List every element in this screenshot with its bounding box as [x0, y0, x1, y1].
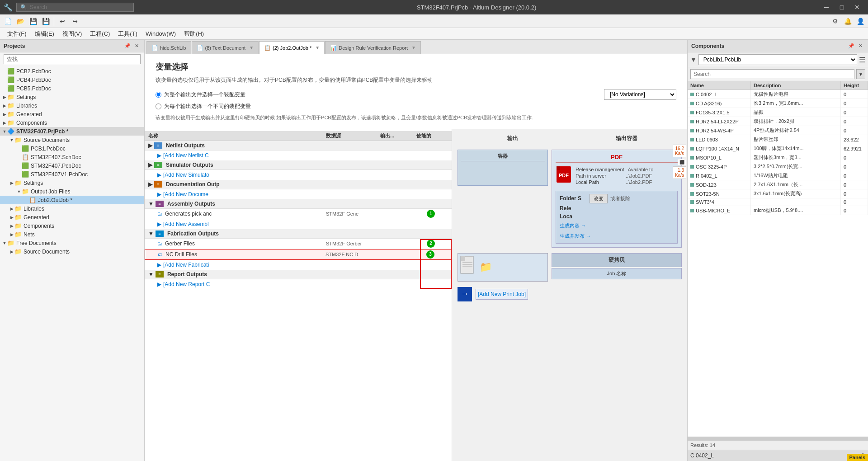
project-search-input[interactable] — [4, 54, 141, 64]
menu-tools[interactable]: 工具(T) — [114, 29, 141, 39]
tab-drvr[interactable]: 📊 Design Rule Verification Report ▼ — [325, 41, 421, 54]
menu-file[interactable]: 文件(F) — [4, 29, 30, 39]
comp-row-sod123[interactable]: SOD-123 2.7x1.6X1.1mm（长... 0 — [688, 180, 868, 189]
tree-item-settings1[interactable]: ▶ 📁 Settings — [0, 93, 144, 101]
comp-th-desc[interactable]: Description — [751, 81, 841, 89]
tree-item-stm32-v1[interactable]: 🟩 STM32F407V1.PcbDoc — [0, 170, 144, 179]
group-simulator-header[interactable]: ▶ ≡ Simulator Outputs — [145, 160, 452, 170]
minimize-button[interactable]: ─ — [819, 1, 834, 14]
comp-row-hdr254-4[interactable]: HDR2.54-WS-4P 4P卧式贴片排针2.54 0 — [688, 126, 868, 135]
output-item-gerber[interactable]: 🗂 Gerber Files STM32F Gerber 2 — [145, 239, 452, 249]
tree-item-job2-outjob[interactable]: 📋 Job2.OutJob * — [0, 196, 144, 204]
menu-window[interactable]: Window(W) — [142, 29, 179, 38]
close-button[interactable]: ✕ — [850, 1, 864, 14]
new-button[interactable]: 📄 — [2, 16, 14, 27]
comp-row-fc135[interactable]: FC135-3.2X1.5 晶振 0 — [688, 108, 868, 117]
comp-library-select[interactable]: PcbLib1.PcbLib — [698, 54, 857, 65]
add-new-report[interactable]: ▶ [Add New Report C — [145, 279, 452, 289]
tab-hide-schlib[interactable]: 📄 hide.SchLib — [146, 41, 191, 54]
menu-help[interactable]: 帮助(H) — [180, 29, 208, 39]
tree-item-libraries2[interactable]: ▶ 📁 Libraries — [0, 204, 144, 213]
var-option-1[interactable]: 为整个输出文件选择一个装配变量 — [156, 91, 245, 99]
tree-item-generated2[interactable]: ▶ 📁 Generated — [0, 213, 144, 221]
tab-dropdown-icon[interactable]: ▼ — [249, 45, 254, 50]
tree-item-stm32-pcb[interactable]: 🟩 STM32F407.PcbDoc — [0, 161, 144, 170]
tree-item-pcb4[interactable]: 🟩 PCB4.PcbDoc — [0, 75, 144, 84]
comp-row-c0402l[interactable]: C 0402_L 无极性贴片电容 0 — [688, 90, 868, 99]
comp-row-cda3216[interactable]: CD A(3216) 长3.2mm，宽1.6mm... 0 — [688, 99, 868, 108]
generate-publish-button[interactable]: 生成并发布 → — [560, 232, 674, 240]
panel-pin-button[interactable]: 📌 — [847, 42, 855, 50]
add-new-fabrication[interactable]: ▶ [Add New Fabricati — [145, 260, 452, 270]
panel-close-button[interactable]: ✕ — [132, 42, 141, 50]
tree-item-nets[interactable]: ▶ 📁 Nets — [0, 230, 144, 239]
search-box[interactable]: 🔍 — [16, 3, 134, 12]
open-button[interactable]: 📂 — [14, 16, 26, 27]
comp-row-osc3225[interactable]: OSC 3225-4P 3.2*2.5*0.7mm(长宽... 0 — [688, 162, 868, 171]
add-new-netlist[interactable]: ▶ [Add New Netlist C — [145, 151, 452, 160]
comp-row-sot23-5n[interactable]: SOT23-5N 3x1.6x1.1mm(长宽高) 0 — [688, 189, 868, 198]
comp-row-lqfp100[interactable]: LQFP100 14X14_N 100脚，体宽14x14m... 62.9921 — [688, 144, 868, 153]
add-new-documentation[interactable]: ▶ [Add New Docume — [145, 189, 452, 199]
tree-item-source-docs[interactable]: ▼ 📁 Source Documents — [0, 136, 144, 144]
group-fabrication-header[interactable]: ▼ ≡ Fabrication Outputs — [145, 229, 452, 239]
comp-search-dropdown[interactable]: ▼ — [856, 69, 865, 79]
tab-dropdown-icon[interactable]: ▼ — [411, 45, 416, 50]
comp-row-r0402[interactable]: R 0402_L 1/16W贴片电阻 0 — [688, 171, 868, 180]
change-button[interactable]: 改变 — [590, 194, 608, 203]
group-netlist-header[interactable]: ▶ ≡ Netlist Outputs — [145, 141, 452, 151]
var-option-2-radio[interactable] — [156, 103, 161, 109]
comp-scrollbar-area[interactable] — [688, 437, 868, 440]
tree-item-components2[interactable]: ▶ 📁 Components — [0, 221, 144, 230]
save-all-button[interactable]: 💾 — [40, 16, 52, 27]
add-new-assembly[interactable]: ▶ [Add New Assembl — [145, 219, 452, 229]
tree-item-free-source-docs[interactable]: ▶ 📁 Source Documents — [0, 247, 144, 256]
comp-th-height[interactable]: Height — [841, 81, 868, 89]
add-new-print-job[interactable]: [Add New Print Job] — [476, 289, 528, 300]
tab-dropdown-icon[interactable]: ▼ — [315, 45, 320, 50]
tree-item-free-docs[interactable]: ▼ 📁 Free Documents — [0, 239, 144, 247]
maximize-button[interactable]: □ — [835, 1, 849, 14]
notifications-button[interactable]: 🔔 — [842, 16, 854, 27]
tree-item-pcb1[interactable]: 🟩 PCB1.PcbDoc — [0, 144, 144, 153]
comp-row-hdr254-22[interactable]: HDR2.54-LI-2X22P 双排排针，20x2脚 0 — [688, 117, 868, 126]
var-option-2[interactable]: 为每个输出选择一个不同的装配变量 — [156, 103, 251, 110]
output-item-nc-drill[interactable]: 🗂 NC Drill Files STM32F NC D 3 — [145, 249, 452, 260]
redo-button[interactable]: ↪ — [69, 16, 81, 27]
panels-button[interactable]: Panels — [847, 454, 868, 461]
comp-row-swt3x4[interactable]: SWT3*4 0 — [688, 198, 868, 206]
tab-job2-outjob[interactable]: 📋 (2) Job2.OutJob * ▼ — [259, 41, 325, 54]
account-button[interactable]: 👤 — [854, 16, 866, 27]
tree-item-settings2[interactable]: ▶ 📁 Settings — [0, 179, 144, 187]
var-dropdown-select[interactable]: [No Variations] — [604, 89, 676, 100]
settings-button[interactable]: ⚙ — [829, 16, 841, 27]
menu-icon[interactable]: ☰ — [859, 56, 865, 64]
tree-item-libraries1[interactable]: ▶ 📁 Libraries — [0, 101, 144, 110]
tree-item-generated1[interactable]: ▶ 📁 Generated — [0, 110, 144, 118]
comp-search-input[interactable] — [690, 69, 854, 79]
panel-close-button[interactable]: ✕ — [856, 42, 864, 50]
menu-edit[interactable]: 编辑(E) — [31, 29, 58, 39]
tree-item-stm32-sch[interactable]: 📋 STM32F407.SchDoc — [0, 153, 144, 161]
output-item-pick-place[interactable]: 🗂 Generates pick anc STM32F Gene 1 — [145, 209, 452, 219]
tree-item-pcb2[interactable]: 🟩 PCB2.PcbDoc — [0, 67, 144, 75]
generate-content-button[interactable]: 生成内容 → — [560, 221, 674, 230]
group-assembly-header[interactable]: ▼ ≡ Assembly Outputs — [145, 199, 452, 209]
var-dropdown[interactable]: [No Variations] — [604, 89, 676, 100]
tree-item-components1[interactable]: ▶ 📁 Components — [0, 118, 144, 127]
group-report-header[interactable]: ▼ ≡ Report Outputs — [145, 270, 452, 279]
menu-view[interactable]: 视图(V) — [59, 29, 85, 39]
add-new-simulator[interactable]: ▶ [Add New Simulato — [145, 170, 452, 180]
search-input[interactable] — [30, 4, 111, 10]
group-documentation-header[interactable]: ▶ ≡ Documentation Outp — [145, 180, 452, 189]
comp-row-led0603[interactable]: LED 0603 贴片带丝印 23.622 — [688, 135, 868, 144]
comp-th-name[interactable]: Name — [688, 81, 751, 89]
comp-row-msop10[interactable]: MSOP10_L 塑封体长3mm，宽3... 0 — [688, 153, 868, 162]
undo-button[interactable]: ↩ — [57, 16, 68, 27]
menu-project[interactable]: 工程(C) — [86, 29, 113, 39]
panel-pin-button[interactable]: 📌 — [123, 42, 132, 50]
tab-text-document[interactable]: 📄 (8) Text Document ▼ — [192, 41, 259, 54]
comp-row-usb-micro[interactable]: USB-MICRO_E micro型USB，5.9*8.... 0 — [688, 206, 868, 215]
tree-item-output-job-files[interactable]: ▼ 📁 Output Job Files — [0, 187, 144, 196]
save-button[interactable]: 💾 — [27, 16, 39, 27]
